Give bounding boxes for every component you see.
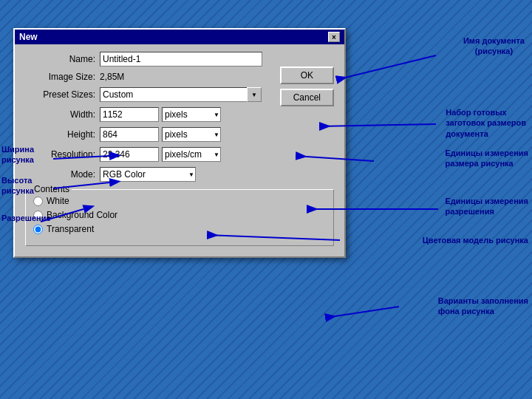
mode-row: Mode: RGB Color Grayscale CMYK Color [25,167,334,182]
transparent-label: Transparent [47,224,94,234]
action-buttons: OK Cancel [280,66,334,106]
contents-legend: Contents [32,184,72,194]
white-radio-row: White [33,196,326,206]
title-bar: New × [15,30,344,44]
ok-button[interactable]: OK [280,66,334,84]
new-dialog: New × OK Cancel Name: Image Size: 2,85M … [13,28,346,258]
annotation-resolution: Разрешение [1,213,51,223]
transparent-radio[interactable] [33,225,43,234]
annotation-measurement-units: Единицы измеренияразмера рисунка [445,148,528,169]
mode-select[interactable]: RGB Color Grayscale CMYK Color [100,167,196,182]
width-label: Width: [25,109,95,120]
preset-sizes-input[interactable] [100,87,248,102]
preset-sizes-dropdown-btn[interactable]: ▼ [247,87,262,102]
dialog-body: OK Cancel Name: Image Size: 2,85M Preset… [15,44,344,256]
resolution-row: Resolution: pixels/cm [25,147,334,162]
svg-line-2 [336,55,436,80]
annotation-resolution-units: Единицы измеренияразрешения [445,196,528,217]
resolution-label: Resolution: [25,149,95,160]
annotation-preset-sizes: Набор готовыхзаготовок размеровдокумента [446,107,526,139]
cancel-button[interactable]: Cancel [280,89,334,106]
height-input[interactable] [100,127,159,142]
annotation-height: Высотарисунка [1,175,34,197]
name-label: Name: [25,54,95,64]
annotation-document-name: Имя документа(рисунка) [463,35,525,57]
annotation-fill-variants: Варианты заполненияфона рисунка [438,296,528,317]
svg-line-10 [325,307,399,318]
white-radio[interactable] [33,197,43,206]
height-label: Height: [25,129,95,140]
annotation-width: Ширинарисунка [1,144,34,166]
resolution-input[interactable] [100,147,159,162]
transparent-radio-row: Transparent [33,224,326,234]
name-input[interactable] [100,52,262,66]
close-button[interactable]: × [328,32,340,42]
width-input[interactable] [100,107,159,122]
image-size-value: 2,85M [100,72,124,82]
preset-sizes-label: Preset Sizes: [25,89,95,100]
background-color-label: Background Color [47,210,117,220]
height-unit-select[interactable]: pixels [162,127,221,142]
white-label: White [47,196,69,206]
name-row: Name: [25,52,334,66]
width-unit-select[interactable]: pixels [162,107,221,122]
width-row: Width: pixels [25,107,334,122]
mode-label: Mode: [25,169,95,180]
annotation-color-model: Цветовая модель рисунка [423,235,528,245]
image-size-label: Image Size: [25,72,95,82]
height-row: Height: pixels [25,127,334,142]
background-color-radio-row: Background Color [33,210,326,220]
preset-sizes-wrapper: ▼ [100,87,262,102]
resolution-unit-select[interactable]: pixels/cm [162,147,221,162]
contents-group: Contents White Background Color Transpar… [25,189,334,246]
dialog-title: New [19,32,38,42]
